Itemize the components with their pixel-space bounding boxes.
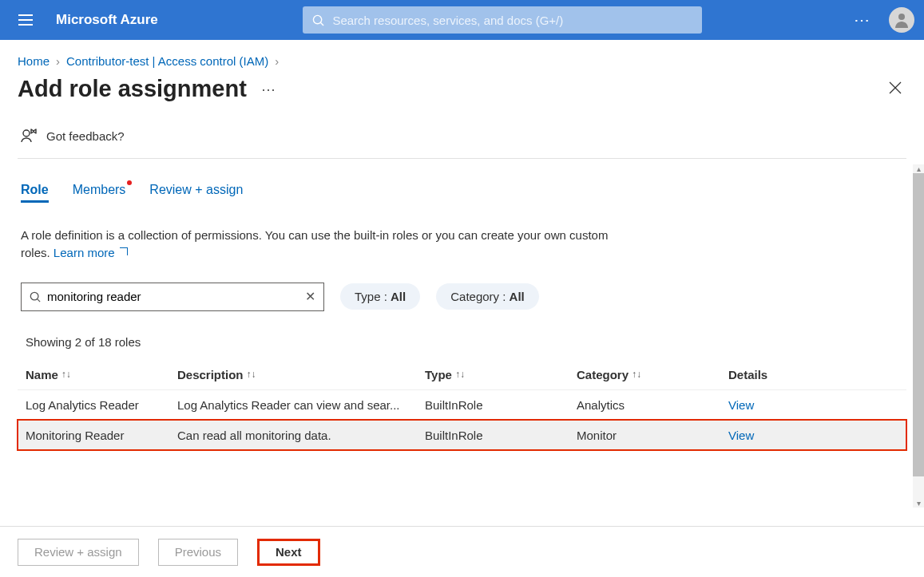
top-right: ⋯: [847, 4, 914, 36]
svg-line-10: [38, 298, 41, 302]
learn-more-link[interactable]: Learn more: [54, 246, 128, 259]
cell-category: Analytics: [577, 398, 728, 412]
top-bar: Microsoft Azure ⋯: [0, 0, 924, 40]
global-search[interactable]: [303, 6, 702, 34]
filter-category-label: Category :: [450, 290, 509, 303]
feedback-label: Got feedback?: [46, 129, 125, 143]
close-icon[interactable]: [884, 77, 906, 102]
role-search[interactable]: ✕: [21, 283, 324, 311]
search-icon: [312, 14, 324, 26]
table-row[interactable]: Monitoring Reader Can read all monitorin…: [18, 420, 906, 450]
brand-label[interactable]: Microsoft Azure: [56, 12, 158, 28]
scroll-down-icon[interactable]: ▾: [913, 499, 924, 508]
page-title: Add role assignment: [18, 76, 247, 102]
svg-rect-1: [18, 19, 33, 21]
review-assign-button[interactable]: Review + assign: [18, 539, 139, 566]
breadcrumb-home[interactable]: Home: [18, 54, 50, 68]
filter-type[interactable]: Type : All: [340, 283, 420, 310]
view-link[interactable]: View: [728, 429, 824, 442]
clear-icon[interactable]: ✕: [305, 289, 315, 304]
content: Got feedback? Role Members Review + assi…: [0, 109, 924, 450]
filter-type-label: Type :: [355, 290, 391, 303]
cell-description: Can read all monitoring data.: [177, 429, 425, 442]
search-wrap: [158, 6, 847, 34]
sort-icon: ↑↓: [61, 369, 71, 380]
learn-more-label: Learn more: [54, 246, 115, 259]
scrollbar[interactable]: ▴ ▾: [913, 164, 924, 508]
view-link[interactable]: View: [728, 398, 824, 412]
more-icon[interactable]: ⋯: [847, 4, 878, 36]
col-description[interactable]: Description↑↓: [177, 368, 425, 381]
tab-role[interactable]: Role: [21, 183, 49, 203]
menu-icon[interactable]: [10, 4, 42, 36]
search-icon: [30, 291, 41, 302]
cell-category: Monitor: [577, 429, 728, 442]
svg-line-4: [321, 22, 324, 26]
global-search-input[interactable]: [332, 14, 692, 27]
roles-table: Name↑↓ Description↑↓ Type↑↓ Category↑↓ D…: [18, 360, 906, 450]
attention-dot-icon: [127, 180, 132, 185]
col-name-label: Name: [26, 368, 58, 381]
external-link-icon: [120, 247, 128, 255]
scroll-up-icon[interactable]: ▴: [913, 164, 924, 173]
title-row: Add role assignment ⋯: [0, 68, 924, 109]
scroll-thumb[interactable]: [913, 173, 924, 476]
cell-name: Monitoring Reader: [26, 429, 177, 442]
description: A role definition is a collection of per…: [18, 203, 640, 262]
chevron-right-icon: ›: [53, 54, 63, 68]
svg-point-9: [30, 292, 38, 300]
filter-category[interactable]: Category : All: [436, 283, 539, 310]
tab-members[interactable]: Members: [73, 183, 126, 203]
cell-type: BuiltInRole: [425, 429, 577, 442]
role-search-input[interactable]: [47, 290, 305, 303]
col-name[interactable]: Name↑↓: [26, 368, 177, 381]
feedback-link[interactable]: Got feedback?: [18, 109, 906, 159]
tab-review[interactable]: Review + assign: [149, 183, 243, 203]
col-category[interactable]: Category↑↓: [577, 368, 728, 381]
svg-point-3: [314, 15, 322, 23]
breadcrumb: Home › Contributor-test | Access control…: [0, 40, 924, 68]
col-description-label: Description: [177, 368, 244, 381]
sort-icon: ↑↓: [632, 369, 641, 380]
table-header: Name↑↓ Description↑↓ Type↑↓ Category↑↓ D…: [18, 360, 906, 389]
sort-icon: ↑↓: [247, 369, 256, 380]
tab-members-label: Members: [73, 183, 126, 196]
cell-type: BuiltInRole: [425, 398, 577, 412]
sort-icon: ↑↓: [455, 369, 465, 380]
cell-name: Log Analytics Reader: [26, 398, 177, 412]
svg-rect-0: [18, 14, 33, 16]
col-type-label: Type: [425, 368, 452, 381]
title-more-icon[interactable]: ⋯: [261, 81, 277, 98]
avatar[interactable]: [889, 7, 914, 33]
filter-category-value: All: [510, 290, 525, 303]
chevron-right-icon: ›: [272, 54, 282, 68]
cell-description: Log Analytics Reader can view and sear..…: [177, 398, 425, 412]
table-row[interactable]: Log Analytics Reader Log Analytics Reade…: [18, 389, 906, 420]
col-details: Details: [728, 368, 824, 381]
svg-rect-2: [18, 24, 33, 26]
breadcrumb-current[interactable]: Contributor-test | Access control (IAM): [66, 54, 268, 68]
previous-button[interactable]: Previous: [158, 539, 238, 566]
results-count: Showing 2 of 18 roles: [18, 311, 906, 349]
next-button[interactable]: Next: [257, 539, 320, 566]
col-type[interactable]: Type↑↓: [425, 368, 577, 381]
filter-type-value: All: [391, 290, 406, 303]
col-category-label: Category: [577, 368, 629, 381]
svg-point-8: [23, 130, 30, 136]
feedback-icon: [21, 128, 38, 144]
footer: Review + assign Previous Next: [0, 526, 924, 577]
tabs: Role Members Review + assign: [18, 159, 906, 203]
filters: ✕ Type : All Category : All: [18, 262, 906, 311]
svg-point-5: [898, 14, 905, 20]
